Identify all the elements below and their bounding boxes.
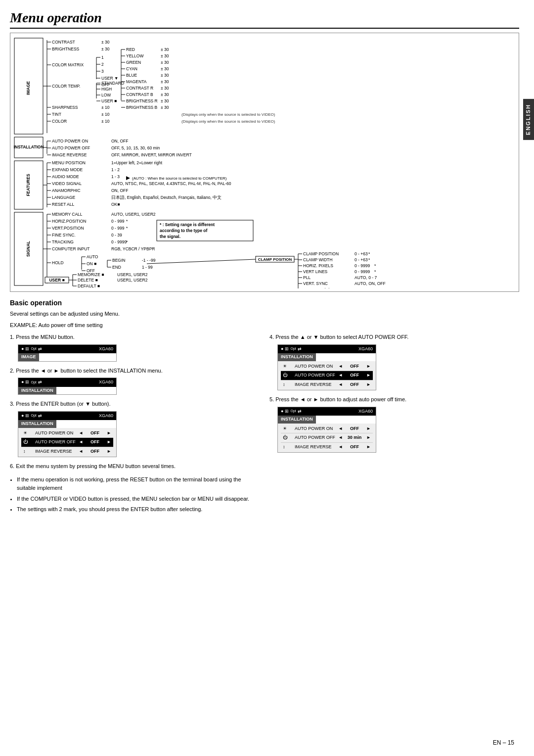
step-3: 3. Press the ENTER button (or ▼ button).… [10,400,260,457]
svg-text:0 - +63: 0 - +63 [355,257,368,262]
menu-row-auto-power-off-5: ⏻ AUTO POWER OFF ◄ 30 min ► [281,433,373,443]
svg-text:± 30: ± 30 [161,86,169,91]
auto-power-off-val-3: OFF [85,439,105,446]
page-number: EN – 15 [493,739,514,746]
arrow-left-4b: ◄ [338,372,343,379]
svg-text:0 - 9999: 0 - 9999 [355,269,370,274]
icon-dot: ● [21,346,24,353]
icon-dot-3: ● [21,413,24,420]
arrow-right-3b: ► [107,439,111,446]
bullet-list: If the menu operation is not working, pr… [17,475,260,514]
auto-power-on-val-3: OFF [85,430,105,437]
svg-text:IMAGE: IMAGE [26,81,31,95]
step-1-number: 1. [10,334,14,340]
svg-text:1: 1 [101,55,104,60]
icon-opt-3: Opt [31,413,36,419]
svg-text:BLUE: BLUE [126,73,137,78]
step-2-text: Press the ◄ or ► button to select the IN… [16,368,163,374]
svg-text:OFF, 5, 10, 15, 30, 60 min: OFF, 5, 10, 15, 30, 60 min [111,145,160,150]
svg-text:*: * [368,251,370,256]
menu-row-auto-power-on-5: ☀ AUTO POWER ON ◄ OFF ► [281,425,373,434]
svg-text:± 30: ± 30 [101,40,110,45]
svg-text:0 - 999: 0 - 999 [111,219,125,224]
basic-operation-title: Basic operation [10,299,519,307]
svg-text:according to the type of: according to the type of [160,228,208,233]
svg-text:AUTO, USER1, USER2: AUTO, USER1, USER2 [111,212,156,217]
image-reverse-label-5: IMAGE REVERSE [295,444,336,451]
svg-text:3: 3 [101,69,104,74]
step-4-text: Press the ▲ or ▼ button to select AUTO P… [275,334,408,340]
step-5-text: Press the ◄ or ► button to adjust auto p… [275,396,406,402]
svg-text:1 - 99: 1 - 99 [142,265,153,270]
auto-power-off-label-5: AUTO POWER OFF [295,434,336,441]
menu-display-2: ● ⊞ Opt ⇄ XGA60 INSTALLATION [18,378,117,395]
bullet-1: If the menu operation is not working, pr… [17,475,260,493]
menu-row-auto-power-off-4: ⏻ AUTO POWER OFF ◄ OFF ► [281,371,373,380]
svg-text:± 30: ± 30 [161,98,169,103]
menu-display-4: ● ⊞ Opt ⇄ XGA60 INSTALLATION ☀ AUTO POWE… [277,344,376,391]
svg-text:GREEN: GREEN [126,60,141,65]
arrow-right-4a: ► [366,363,371,370]
bullet-3: The settings with 2 mark, you should pre… [17,505,260,514]
image-reverse-label-3: IMAGE REVERSE [35,448,77,455]
menu-icons-2: ● ⊞ Opt ⇄ [21,379,42,386]
icon-arrow: ⇄ [38,346,42,353]
menu-row-auto-power-on-3: ☀ AUTO POWER ON ◄ OFF ► [21,429,113,438]
auto-power-off-label-4: AUTO POWER OFF [295,372,336,379]
svg-text:BRIGHTNESS: BRIGHTNESS [52,47,80,51]
svg-text:INSTALLATION: INSTALLATION [13,144,44,149]
svg-text:DELETE ■: DELETE ■ [78,278,98,283]
svg-text:± 30: ± 30 [101,47,110,51]
svg-text:± 30: ± 30 [161,73,169,78]
tab-installation-3: INSTALLATION [18,420,56,428]
svg-text:1=Upper left, 2=Lower right: 1=Upper left, 2=Lower right [111,160,163,165]
arrow-left-3c: ◄ [79,448,83,455]
svg-text:VERT.POSITION: VERT.POSITION [52,226,84,231]
svg-text:*: * [126,226,128,231]
basic-operation-desc: Several settings can be adjusted using M… [10,310,519,318]
auto-power-on-label-5: AUTO POWER ON [295,425,336,432]
icon-opt-2: Opt [31,380,36,385]
svg-text:MENU POSITION: MENU POSITION [52,160,86,165]
svg-text:SIGNAL: SIGNAL [26,241,31,257]
menu-display-3: ● ⊞ Opt ⇄ XGA60 INSTALLATION ☀ AUTO POWE… [18,411,117,458]
auto-power-on-label-3: AUTO POWER ON [35,430,77,437]
svg-text:0 - 39: 0 - 39 [111,233,122,237]
icon-grid-2: ⊞ [25,379,29,386]
arrow-left-5a: ◄ [338,425,343,432]
step-5-number: 5. [269,396,274,402]
model-label-4: XGA60 [358,346,373,353]
svg-line-214 [147,259,256,264]
svg-text:* : Setting range is different: * : Setting range is different [160,222,215,227]
menu-row-image-reverse-5: ↕ IMAGE REVERSE ◄ OFF ► [281,443,373,452]
svg-text:± 30: ± 30 [161,66,169,71]
icon-grid-4: ⊞ [285,346,289,353]
image-reverse-label-4: IMAGE REVERSE [295,381,336,388]
svg-text:SHARPNESS: SHARPNESS [52,105,78,110]
model-label-2: XGA60 [99,379,113,386]
auto-power-off-label-3: AUTO POWER OFF [35,439,77,446]
svg-text:HORIZ.POSITION: HORIZ.POSITION [52,219,86,224]
svg-text:ON ■: ON ■ [87,261,96,266]
auto-power-on-label-4: AUTO POWER ON [295,363,336,370]
menu-display-3-header: ● ⊞ Opt ⇄ XGA60 [18,412,116,421]
svg-text:AUTO POWER ON: AUTO POWER ON [52,139,88,143]
svg-text:± 30: ± 30 [161,92,169,97]
svg-text:0 - 299: 0 - 299 [355,287,368,288]
image-reverse-val-3: OFF [85,448,105,455]
svg-text:FEATURES: FEATURES [26,174,31,196]
svg-text:LANGUAGE: LANGUAGE [52,195,76,200]
svg-text:± 10: ± 10 [101,112,110,117]
menu-display-5-body: ☀ AUTO POWER ON ◄ OFF ► ⏻ AUTO POWER OFF… [278,424,376,453]
svg-text:± 30: ± 30 [161,105,169,110]
svg-text:*: * [126,239,128,244]
svg-text:ON, OFF: ON, OFF [111,139,128,143]
menu-tree-svg: IMAGE INSTALLATION FEATURES SIGNAL CONTR… [13,36,478,288]
svg-text:MEMORY CALL: MEMORY CALL [52,212,83,217]
right-column: 4. Press the ▲ or ▼ button to select AUT… [269,333,519,516]
svg-text:CONTRAST: CONTRAST [52,40,75,45]
step-1: 1. Press the MENU button. ● ⊞ Opt ⇄ XGA6… [10,333,260,362]
svg-text:CONTRAST R: CONTRAST R [126,86,153,91]
icon-opt-5: Opt [290,409,296,414]
svg-text:CYAN: CYAN [126,66,137,71]
